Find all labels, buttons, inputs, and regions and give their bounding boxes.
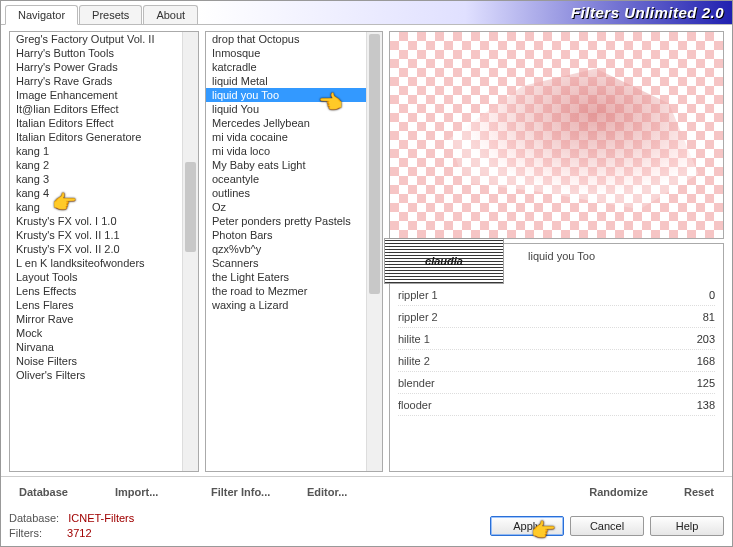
category-item[interactable]: Noise Filters [10, 354, 198, 368]
category-item[interactable]: Krusty's FX vol. I 1.0 [10, 214, 198, 228]
category-list-inner: Greg's Factory Output Vol. IIHarry's But… [10, 32, 198, 471]
category-item[interactable]: Harry's Button Tools [10, 46, 198, 60]
param-row: blender125 [398, 372, 715, 394]
tab-presets[interactable]: Presets [79, 5, 142, 24]
filter-item[interactable]: mi vida loco [206, 144, 382, 158]
category-item[interactable]: Layout Tools [10, 270, 198, 284]
param-value: 168 [679, 355, 715, 367]
filter-list[interactable]: drop that OctopusInmosquekatcradleliquid… [205, 31, 383, 472]
randomize-button[interactable]: Randomize [568, 483, 658, 501]
filter-item[interactable]: Peter ponders pretty Pastels [206, 214, 382, 228]
category-item[interactable]: kang 2 [10, 158, 198, 172]
param-slider[interactable] [488, 332, 679, 346]
scroll-thumb[interactable] [369, 34, 380, 294]
footer-db-value: ICNET-Filters [68, 512, 134, 524]
database-button[interactable]: Database [9, 483, 99, 501]
filter-item[interactable]: Mercedes Jellybean [206, 116, 382, 130]
param-label: flooder [398, 399, 488, 411]
tab-about[interactable]: About [143, 5, 198, 24]
editor-button[interactable]: Editor... [297, 483, 387, 501]
param-row: flooder138 [398, 394, 715, 416]
preview-pane [389, 31, 724, 239]
category-item[interactable]: Italian Editors Effect [10, 116, 198, 130]
category-item[interactable]: L en K landksiteofwonders [10, 256, 198, 270]
preview-effect [420, 42, 713, 218]
current-filter-name: liquid you Too [528, 250, 715, 266]
category-item[interactable]: Mirror Rave [10, 312, 198, 326]
param-label: rippler 2 [398, 311, 488, 323]
filter-info-button[interactable]: Filter Info... [201, 483, 291, 501]
filter-item[interactable]: Inmosque [206, 46, 382, 60]
filter-item[interactable]: liquid you Too [206, 88, 382, 102]
title-right: Filters Unlimited 2.0 [199, 1, 732, 24]
cancel-button[interactable]: Cancel [570, 516, 644, 536]
filter-item[interactable]: qzx%vb^y [206, 242, 382, 256]
help-button[interactable]: Help [650, 516, 724, 536]
filter-item[interactable]: oceantyle [206, 172, 382, 186]
filter-item[interactable]: Photon Bars [206, 228, 382, 242]
filter-item[interactable]: katcradle [206, 60, 382, 74]
filter-item[interactable]: the Light Eaters [206, 270, 382, 284]
category-item[interactable]: Lens Effects [10, 284, 198, 298]
param-label: rippler 1 [398, 289, 488, 301]
category-item[interactable]: Lens Flares [10, 298, 198, 312]
category-scrollbar[interactable] [182, 32, 198, 471]
category-item[interactable]: Krusty's FX vol. II 2.0 [10, 242, 198, 256]
category-item[interactable]: kang [10, 200, 198, 214]
main-area: Greg's Factory Output Vol. IIHarry's But… [1, 25, 732, 476]
category-item[interactable]: Mock [10, 326, 198, 340]
category-item[interactable]: kang 1 [10, 144, 198, 158]
app-window: Navigator Presets About Filters Unlimite… [0, 0, 733, 547]
filter-item[interactable]: the road to Mezmer [206, 284, 382, 298]
category-item[interactable]: Greg's Factory Output Vol. II [10, 32, 198, 46]
param-rows: rippler 10rippler 281hilite 1203hilite 2… [398, 284, 715, 416]
footer: Database: ICNET-Filters Filters: 3712 Ap… [1, 507, 732, 546]
category-item[interactable]: Oliver's Filters [10, 368, 198, 382]
filter-scrollbar[interactable] [366, 32, 382, 471]
tab-strip: Navigator Presets About [1, 1, 199, 24]
filter-item[interactable]: My Baby eats Light [206, 158, 382, 172]
param-slider[interactable] [488, 288, 679, 302]
param-row: hilite 2168 [398, 350, 715, 372]
import-button[interactable]: Import... [105, 483, 195, 501]
filter-item[interactable]: drop that Octopus [206, 32, 382, 46]
scroll-thumb[interactable] [185, 162, 196, 252]
category-list[interactable]: Greg's Factory Output Vol. IIHarry's But… [9, 31, 199, 472]
param-slider[interactable] [488, 398, 679, 412]
param-value: 125 [679, 377, 715, 389]
category-item[interactable]: Image Enhancement [10, 88, 198, 102]
param-label: hilite 1 [398, 333, 488, 345]
filter-item[interactable]: mi vida cocaine [206, 130, 382, 144]
footer-info: Database: ICNET-Filters Filters: 3712 [9, 511, 134, 540]
app-title: Filters Unlimited 2.0 [571, 4, 724, 21]
category-item[interactable]: kang 3 [10, 172, 198, 186]
params-panel: claudia liquid you Too rippler 10rippler… [389, 243, 724, 472]
category-item[interactable]: Harry's Power Grads [10, 60, 198, 74]
param-row: rippler 281 [398, 306, 715, 328]
filter-item[interactable]: Oz [206, 200, 382, 214]
filter-item[interactable]: liquid You [206, 102, 382, 116]
param-slider[interactable] [488, 376, 679, 390]
category-item[interactable]: Harry's Rave Grads [10, 74, 198, 88]
footer-filters-label: Filters: [9, 527, 42, 539]
param-slider[interactable] [488, 310, 679, 324]
category-item[interactable]: kang 4 [10, 186, 198, 200]
right-panel: claudia liquid you Too rippler 10rippler… [389, 31, 724, 472]
title-bar: Navigator Presets About Filters Unlimite… [1, 1, 732, 25]
category-item[interactable]: Italian Editors Generatore [10, 130, 198, 144]
reset-button[interactable]: Reset [664, 483, 724, 501]
category-item[interactable]: Krusty's FX vol. II 1.1 [10, 228, 198, 242]
filter-item[interactable]: liquid Metal [206, 74, 382, 88]
footer-filters-value: 3712 [67, 527, 91, 539]
watermark-badge: claudia [384, 238, 504, 284]
apply-button[interactable]: Apply [490, 516, 564, 536]
category-item[interactable]: It@lian Editors Effect [10, 102, 198, 116]
mid-button-row: Database Import... Filter Info... Editor… [1, 476, 732, 507]
category-item[interactable]: Nirvana [10, 340, 198, 354]
tab-navigator[interactable]: Navigator [5, 5, 78, 25]
filter-item[interactable]: Scanners [206, 256, 382, 270]
param-value: 203 [679, 333, 715, 345]
filter-item[interactable]: waxing a Lizard [206, 298, 382, 312]
filter-item[interactable]: outlines [206, 186, 382, 200]
param-slider[interactable] [488, 354, 679, 368]
